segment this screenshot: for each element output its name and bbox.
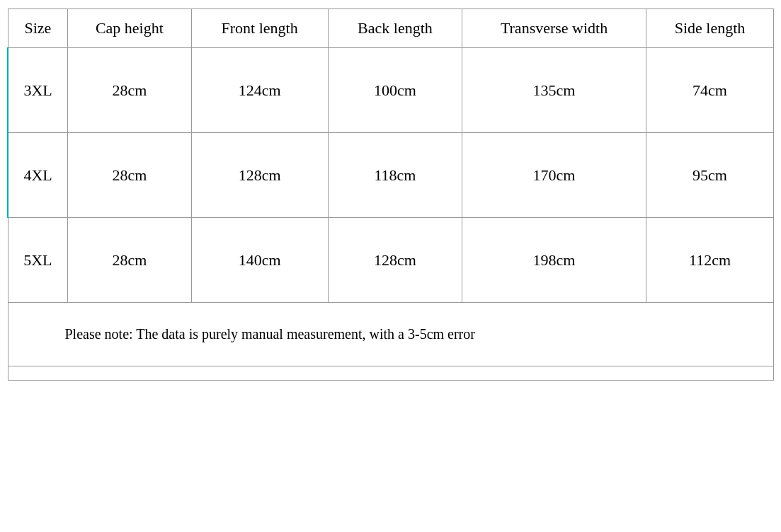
size-4xl: 4XL [8,133,68,218]
transverse-width-3xl: 135cm [462,48,646,133]
front-length-3xl: 124cm [191,48,328,133]
side-length-5xl: 112cm [646,218,773,303]
back-length-5xl: 128cm [328,218,462,303]
cap-height-3xl: 28cm [68,48,191,133]
front-length-4xl: 128cm [191,133,328,218]
table-row: 5XL 28cm 140cm 128cm 198cm 112cm [8,218,774,303]
front-length-5xl: 140cm [191,218,328,303]
header-front-length: Front length [191,9,328,48]
note-text: Please note: The data is purely manual m… [8,303,774,366]
table-row: 3XL 28cm 124cm 100cm 135cm 74cm [8,48,774,133]
note-row: Please note: The data is purely manual m… [8,303,774,366]
bottom-cell [8,366,774,381]
cap-height-4xl: 28cm [68,133,191,218]
header-row: Size Cap height Front length Back length… [8,9,774,48]
transverse-width-5xl: 198cm [462,218,646,303]
size-chart-wrapper: Size Cap height Front length Back length… [7,8,774,381]
size-5xl: 5XL [8,218,68,303]
header-cap-height: Cap height [68,9,191,48]
header-back-length: Back length [328,9,462,48]
header-transverse-width: Transverse width [462,9,646,48]
cap-height-5xl: 28cm [68,218,191,303]
back-length-4xl: 118cm [328,133,462,218]
transverse-width-4xl: 170cm [462,133,646,218]
back-length-3xl: 100cm [328,48,462,133]
side-length-4xl: 95cm [646,133,773,218]
side-length-3xl: 74cm [646,48,773,133]
size-chart-table: Size Cap height Front length Back length… [7,8,774,381]
header-side-length: Side length [646,9,773,48]
bottom-row [8,366,774,381]
header-size: Size [8,9,68,48]
table-row: 4XL 28cm 128cm 118cm 170cm 95cm [8,133,774,218]
size-3xl: 3XL [8,48,68,133]
